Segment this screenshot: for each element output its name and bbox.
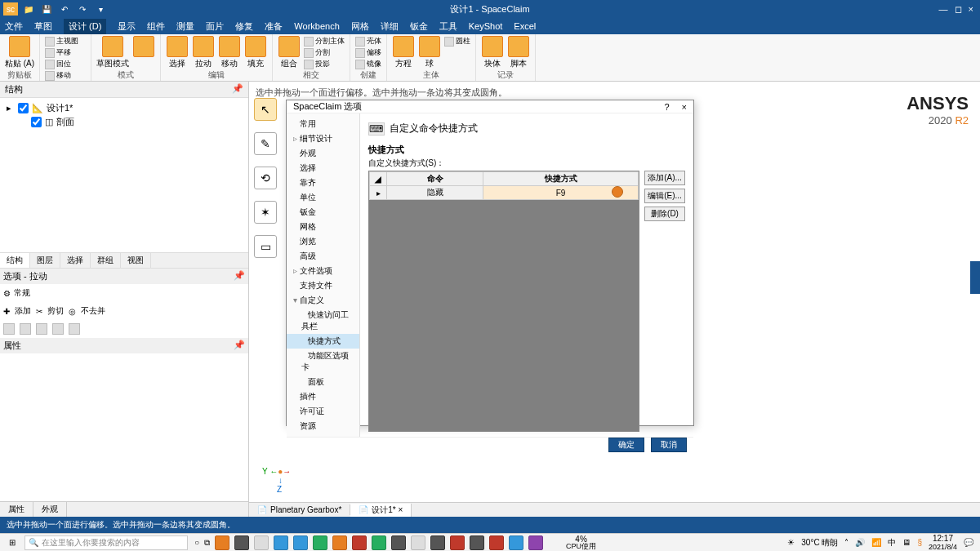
taskview-icon[interactable]: ⧉ <box>204 538 210 548</box>
grid-cell-command[interactable]: 隐藏 <box>387 186 483 200</box>
left-tab[interactable]: 结构 <box>0 253 30 268</box>
ribbon-button[interactable]: 脚本 <box>507 36 530 69</box>
menu-item[interactable]: 组件 <box>147 20 165 33</box>
titlebar-folder-icon[interactable]: 📁 <box>21 2 36 16</box>
taskbar-search[interactable]: 🔍 在这里输入你要搜索的内容 <box>24 535 188 550</box>
dialog-nav-item[interactable]: ▹文件选项 <box>287 264 359 278</box>
wps-icon[interactable] <box>489 535 504 550</box>
ribbon-small-button[interactable]: 圆柱 <box>444 36 470 47</box>
left-tab[interactable]: 视图 <box>121 253 151 268</box>
app-icon[interactable] <box>352 535 367 550</box>
ribbon-small-button[interactable]: 镜像 <box>355 59 381 69</box>
cut-icon[interactable]: ✂ <box>36 307 42 316</box>
dialog-nav-item[interactable]: 浏览 <box>287 234 359 249</box>
menu-item[interactable]: 草图 <box>34 20 52 33</box>
cortana-icon[interactable]: ○ <box>194 538 199 547</box>
dialog-nav-item[interactable]: ▹细节设计 <box>287 131 359 146</box>
ribbon-button[interactable]: 草图模式 <box>96 36 129 69</box>
app-icon[interactable] <box>372 535 386 550</box>
ribbon-button[interactable]: 球 <box>418 36 441 69</box>
dialog-nav-item[interactable]: 选择 <box>287 161 359 176</box>
app-icon[interactable] <box>293 535 308 550</box>
menu-item[interactable]: 修复 <box>235 20 253 33</box>
dialog-nav-item[interactable]: 钣金 <box>287 205 359 220</box>
ok-button[interactable]: 确定 <box>608 438 644 452</box>
window-minimize-button[interactable]: — <box>939 4 948 15</box>
canvas-tool-button[interactable]: ✎ <box>254 132 277 155</box>
menu-item[interactable]: Workbench <box>294 21 339 31</box>
ribbon-small-button[interactable]: 回位 <box>45 59 86 69</box>
nomerge-icon[interactable]: ◎ <box>69 307 76 316</box>
menu-item[interactable]: 设计 (D) <box>64 19 106 34</box>
menu-item[interactable]: 网格 <box>351 20 369 33</box>
dialog-nav-item[interactable]: 许可证 <box>287 404 359 419</box>
right-side-flyout-tab[interactable] <box>970 261 980 294</box>
app-icon[interactable] <box>430 535 445 550</box>
tray-icon[interactable]: 🖥 <box>902 538 911 547</box>
canvas-tool-button[interactable]: ⟲ <box>254 167 277 189</box>
document-tab[interactable]: 📄Planetary Gearbox* <box>249 504 350 515</box>
ribbon-small-button[interactable]: 分割主体 <box>304 36 345 47</box>
tool-icon[interactable] <box>69 323 80 335</box>
dialog-nav-item[interactable]: 支持文件 <box>287 278 359 293</box>
panel-pin-icon[interactable]: 📌 <box>234 270 245 282</box>
titlebar-save-icon[interactable]: 💾 <box>39 2 54 16</box>
tool-icon[interactable] <box>20 323 31 335</box>
ribbon-small-button[interactable]: 分割 <box>304 47 345 58</box>
dialog-nav-item[interactable]: 高级 <box>287 249 359 264</box>
document-tab[interactable]: 📄设计1* × <box>350 504 412 517</box>
tool-icon[interactable] <box>36 323 47 335</box>
menu-item[interactable]: 显示 <box>118 20 136 33</box>
panel-pin-icon[interactable]: 📌 <box>232 83 243 96</box>
app-icon[interactable] <box>450 535 465 550</box>
ribbon-small-button[interactable]: 主视图 <box>45 36 86 47</box>
tray-icon[interactable]: 📶 <box>871 538 881 547</box>
clock[interactable]: 12:17 2021/8/4 <box>929 535 957 551</box>
dialog-nav-item[interactable]: 快捷方式 <box>287 334 359 349</box>
app-icon[interactable] <box>332 535 347 550</box>
canvas-tool-button[interactable]: ▭ <box>254 235 277 258</box>
window-close-button[interactable]: × <box>969 4 973 15</box>
ribbon-small-button[interactable]: 壳体 <box>355 36 381 47</box>
ribbon-button[interactable]: 移动 <box>218 36 241 69</box>
canvas-tool-button[interactable]: ↖ <box>254 98 277 121</box>
edit-button[interactable]: 编辑(E)... <box>644 189 685 203</box>
app-icon[interactable] <box>313 535 327 550</box>
left-tab[interactable]: 选择 <box>60 253 91 268</box>
ribbon-small-button[interactable]: 移动 <box>45 70 86 81</box>
tool-icon[interactable] <box>52 323 64 335</box>
edge-icon[interactable] <box>274 535 288 550</box>
ribbon-button[interactable] <box>132 36 155 58</box>
ribbon-button[interactable]: 选择 <box>166 36 189 69</box>
ribbon-button[interactable]: 组合 <box>278 36 301 69</box>
menu-item[interactable]: 面片 <box>206 20 224 33</box>
app-icon[interactable] <box>254 535 269 550</box>
tray-icon[interactable]: 🔊 <box>855 538 865 547</box>
window-maximize-button[interactable]: ◻ <box>955 4 962 15</box>
tab-properties[interactable]: 属性 <box>0 502 33 517</box>
dialog-nav-item[interactable]: 快速访问工具栏 <box>287 308 359 334</box>
dialog-nav-item[interactable]: 单位 <box>287 190 359 205</box>
tool-icon[interactable] <box>3 323 15 335</box>
left-tab[interactable]: 群组 <box>91 253 121 268</box>
tray-icon[interactable]: § <box>917 538 922 547</box>
menu-item[interactable]: KeyShot <box>469 21 503 31</box>
app-icon[interactable] <box>528 535 543 550</box>
app-icon[interactable] <box>234 535 249 550</box>
dialog-help-button[interactable]: ? <box>664 102 669 112</box>
menu-item[interactable]: 准备 <box>265 20 283 33</box>
add-button[interactable]: 添加(A)... <box>644 171 685 185</box>
dialog-nav-item[interactable]: 插件 <box>287 389 359 404</box>
dialog-close-button[interactable]: × <box>682 102 687 112</box>
ribbon-small-button[interactable]: 投影 <box>304 59 345 69</box>
menu-item[interactable]: 工具 <box>439 20 457 33</box>
delete-button[interactable]: 删除(D) <box>644 207 685 221</box>
menu-item[interactable]: Excel <box>514 21 536 31</box>
shortcuts-grid[interactable]: ◢ 命令 快捷方式 ▸ 隐藏 F9 <box>368 171 639 432</box>
tree-item[interactable]: ◫剖面 <box>3 115 245 129</box>
cancel-button[interactable]: 取消 <box>651 438 687 452</box>
ribbon-button[interactable]: 填充 <box>244 36 267 69</box>
menu-item[interactable]: 测量 <box>176 20 194 33</box>
ribbon-button[interactable]: 粘贴 (A) <box>5 36 34 69</box>
tree-checkbox[interactable] <box>18 103 29 113</box>
